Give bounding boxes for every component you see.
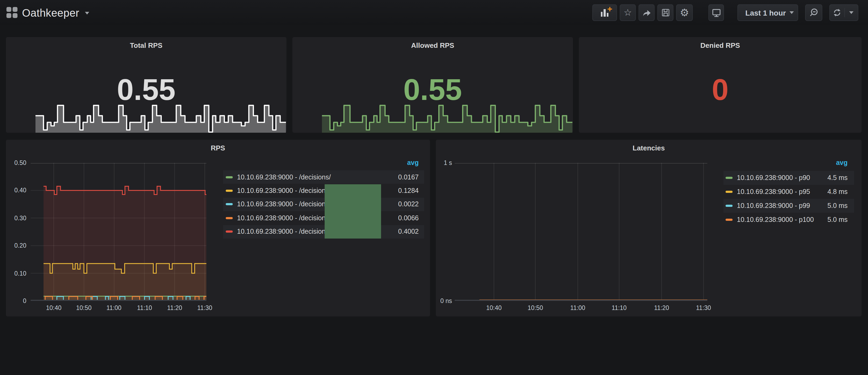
series-color-swatch[interactable]	[725, 191, 733, 193]
y-tick: 0.20	[8, 242, 26, 249]
legend-row[interactable]: 10.10.69.238:9000 - p100 5.0 ms	[723, 213, 854, 227]
legend-row[interactable]: 10.10.69.238:9000 - p95 4.8 ms	[723, 185, 854, 199]
x-tick: 11:20	[651, 304, 672, 312]
dashboard-title-dropdown[interactable]: Oathkeeper	[22, 5, 89, 21]
y-tick: 0.30	[8, 214, 26, 222]
x-tick: 11:10	[134, 304, 155, 312]
series-avg-value: 5.0 ms	[828, 216, 854, 223]
series-color-swatch[interactable]	[226, 231, 233, 233]
sparkline	[321, 103, 572, 133]
time-range-label: Last 1 hour	[745, 8, 786, 17]
panel-title[interactable]: Denied RPS	[579, 41, 862, 50]
x-tick: 11:00	[567, 304, 589, 312]
legend-row[interactable]: 10.10.69.238:9000 - /decisions/ 0.0066	[223, 211, 424, 225]
chevron-down-icon	[789, 11, 794, 14]
legend-avg-header[interactable]: avg	[407, 159, 419, 166]
legend-row[interactable]: 10.10.69.238:9000 - /decisions/ 0.0022	[223, 198, 424, 211]
monitor-icon	[711, 8, 721, 18]
series-avg-value: 5.0 ms	[828, 202, 854, 210]
panel-denied-rps: Denied RPS 0	[579, 37, 862, 133]
rps-plot-area[interactable]	[31, 163, 206, 301]
series-label: 10.10.69.238:9000 - p95	[737, 188, 828, 195]
zoom-out-button[interactable]	[805, 4, 822, 21]
grid-logo-icon	[5, 6, 19, 19]
series-color-swatch[interactable]	[226, 217, 233, 219]
series-avg-value: 0.0022	[398, 201, 424, 208]
save-button[interactable]	[657, 4, 674, 21]
panel-latencies-chart: Latencies 1 s 0 ns 10:40 10:50 11:00 11:…	[436, 140, 862, 316]
refresh-icon	[833, 8, 842, 17]
x-tick: 11:00	[103, 304, 125, 312]
series-label: 10.10.69.238:9000 - /decisions/	[237, 173, 398, 181]
series-label: 10.10.69.238:9000 - p100	[737, 216, 828, 223]
legend-rows: 10.10.69.238:9000 - p90 4.5 ms 10.10.69.…	[723, 171, 854, 227]
series-label: 10.10.69.238:9000 - p90	[737, 174, 828, 182]
star-icon: ☆	[624, 8, 632, 17]
stat-value: 0.55	[6, 72, 286, 107]
panel-title[interactable]: Allowed RPS	[292, 41, 573, 50]
series-color-swatch[interactable]	[725, 219, 733, 221]
y-tick: 0.40	[8, 186, 26, 194]
series-color-swatch[interactable]	[226, 176, 233, 178]
series-color-swatch[interactable]	[725, 177, 733, 179]
series-avg-value: 4.5 ms	[828, 174, 854, 182]
panel-total-rps: Total RPS 0.55	[6, 37, 286, 133]
zoom-out-icon	[809, 8, 818, 18]
chevron-down-icon	[849, 11, 854, 14]
legend-rows: 10.10.69.238:9000 - /decisions/ 0.0167 1…	[223, 170, 424, 239]
x-tick: 10:50	[525, 304, 546, 312]
stat-value: 0	[579, 72, 862, 107]
x-tick: 10:40	[43, 304, 64, 312]
y-tick: 0	[8, 297, 26, 305]
y-tick: 0.10	[8, 270, 26, 277]
series-avg-value: 0.4002	[398, 228, 424, 236]
legend-row[interactable]: 10.10.69.238:9000 - p99 5.0 ms	[723, 199, 854, 213]
series-color-swatch[interactable]	[226, 190, 233, 192]
x-tick: 10:40	[483, 304, 505, 312]
add-panel-icon: +	[601, 9, 609, 17]
legend-overlay-artifact	[324, 184, 381, 239]
x-tick: 11:30	[194, 304, 216, 312]
chevron-down-icon	[85, 11, 89, 14]
panel-title[interactable]: Total RPS	[6, 41, 286, 50]
legend-row[interactable]: 10.10.69.238:9000 - /decisions/ 0.1284	[223, 184, 424, 198]
refresh-interval-dropdown[interactable]	[845, 11, 858, 14]
legend-row[interactable]: 10.10.69.238:9000 - /decisions/ 0.0167	[223, 170, 424, 184]
rps-legend: avg 10.10.69.238:9000 - /decisions/ 0.01…	[223, 140, 424, 312]
refresh-split-button	[829, 4, 858, 21]
series-avg-value: 4.8 ms	[828, 188, 854, 195]
dashboard-picker-icon[interactable]	[5, 6, 19, 19]
sparkline	[34, 103, 286, 133]
series-avg-value: 0.1284	[398, 187, 424, 194]
y-tick: 1 s	[437, 159, 452, 166]
add-panel-button[interactable]: +	[592, 4, 617, 21]
legend-avg-header[interactable]: avg	[836, 159, 847, 166]
legend-row[interactable]: 10.10.69.238:9000 - p90 4.5 ms	[723, 171, 854, 185]
x-tick: 10:50	[73, 304, 95, 312]
panel-rps-chart: RPS 0.50 0.40 0.30 0.20 0.10 0	[6, 140, 430, 316]
legend-row[interactable]: 10.10.69.238:9000 - /decisions/ 0.4002	[223, 225, 424, 239]
series-color-swatch[interactable]	[226, 204, 233, 206]
time-range-picker[interactable]: Last 1 hour	[737, 4, 798, 21]
series-label: 10.10.69.238:9000 - p99	[737, 202, 828, 210]
y-tick: 0 ns	[437, 297, 452, 305]
share-icon	[642, 8, 651, 18]
settings-button[interactable]: ⚙	[676, 4, 693, 21]
x-tick: 11:30	[693, 304, 714, 312]
latencies-legend: avg 10.10.69.238:9000 - p90 4.5 ms 10.10…	[723, 140, 854, 312]
stat-value: 0.55	[292, 72, 573, 107]
grafana-dashboard: Oathkeeper + ☆ ⚙	[0, 0, 868, 375]
y-tick: 0.50	[8, 159, 26, 166]
series-color-swatch[interactable]	[725, 205, 733, 207]
panel-allowed-rps: Allowed RPS 0.55	[292, 37, 573, 133]
gear-icon: ⚙	[680, 7, 689, 18]
share-button[interactable]	[639, 4, 655, 21]
x-tick: 11:10	[609, 304, 630, 312]
top-navbar: Oathkeeper + ☆ ⚙	[0, 0, 868, 25]
cycle-view-button[interactable]	[708, 4, 724, 21]
dashboard-toolbar: + ☆ ⚙	[592, 4, 858, 21]
refresh-button[interactable]	[830, 8, 845, 17]
dashboard-title: Oathkeeper	[22, 7, 79, 19]
latencies-plot-area[interactable]	[455, 163, 707, 301]
favorite-button[interactable]: ☆	[620, 4, 636, 21]
